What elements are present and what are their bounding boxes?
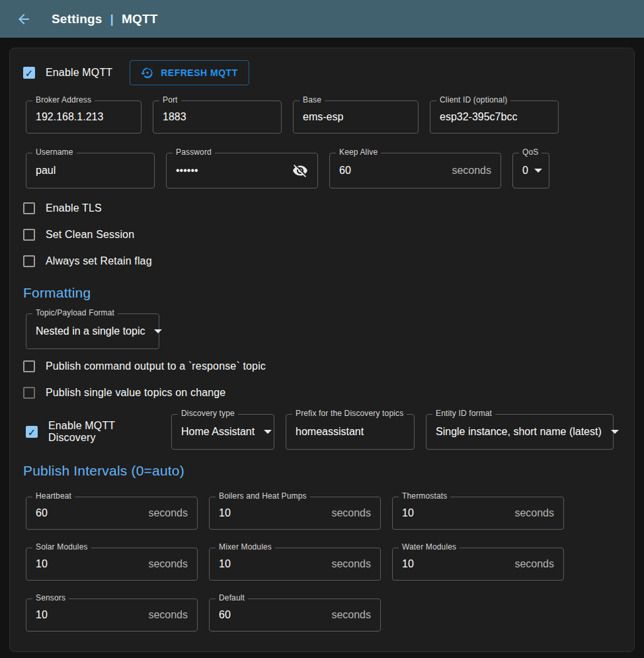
qos-label: QoS (519, 147, 542, 157)
qos-value: 0 (522, 165, 528, 177)
refresh-restore-icon (141, 66, 154, 79)
enable-tls-checkbox[interactable]: Enable TLS (23, 195, 626, 222)
heartbeat-value: 60 (36, 507, 48, 519)
entity-id-format-label: Entity ID format (432, 409, 495, 418)
discovery-prefix-field[interactable]: Prefix for the Discovery topics homeassi… (286, 414, 415, 450)
qos-select[interactable]: QoS 0 (512, 153, 549, 188)
enable-tls-label: Enable TLS (46, 202, 102, 214)
discovery-prefix-value: homeassistant (296, 426, 364, 438)
solar-suffix: seconds (148, 558, 188, 570)
topic-format-label: Topic/Payload Format (32, 308, 118, 317)
dropdown-arrow-icon (264, 430, 272, 434)
keep-alive-label: Keep Alive (336, 147, 381, 157)
broker-address-field[interactable]: Broker Address 192.168.1.213 (26, 101, 141, 134)
broker-address-value: 192.168.1.213 (36, 111, 103, 123)
sensors-interval-field[interactable]: Sensors 10 seconds (26, 598, 198, 632)
solar-interval-field[interactable]: Solar Modules 10 seconds (26, 548, 198, 581)
checkbox-checked-icon: ✓ (26, 426, 38, 438)
discovery-type-value: Home Assistant (181, 426, 255, 438)
check-icon: ✓ (25, 68, 34, 78)
formatting-options-group: Publish command output to a `response` t… (23, 353, 626, 406)
default-value: 60 (219, 609, 231, 621)
password-field[interactable]: Password •••••• (166, 153, 318, 188)
client-id-value: esp32-395c7bcc (440, 111, 517, 123)
base-field[interactable]: Base ems-esp (293, 101, 419, 134)
keep-alive-field[interactable]: Keep Alive 60 seconds (329, 153, 501, 188)
boilers-suffix: seconds (331, 507, 371, 519)
discovery-row: ✓ Enable MQTT Discovery Discovery type H… (18, 414, 626, 450)
intervals-row-3: Sensors 10 seconds Default 60 seconds (18, 598, 626, 632)
water-value: 10 (402, 558, 414, 570)
client-id-field[interactable]: Client ID (optional) esp32-395c7bcc (430, 101, 559, 134)
checkbox-unchecked-icon (23, 255, 35, 267)
publish-single-value-label: Publish single value topics on change (46, 387, 225, 399)
base-label: Base (300, 95, 325, 104)
entity-id-format-value: Single instance, short name (latest) (436, 426, 602, 438)
arrow-back-icon (16, 11, 32, 27)
mixer-label: Mixer Modules (216, 542, 275, 552)
connection-row-2: Username paul Password •••••• Keep Alive… (18, 153, 626, 188)
entity-id-format-select[interactable]: Entity ID format Single instance, short … (426, 414, 614, 450)
page-subtitle: MQTT (122, 12, 158, 26)
thermostats-suffix: seconds (514, 507, 554, 519)
intervals-row-2: Solar Modules 10 seconds Mixer Modules 1… (18, 548, 626, 581)
options-group: Enable TLS Set Clean Session Always set … (23, 195, 626, 274)
water-suffix: seconds (514, 558, 554, 570)
keep-alive-suffix: seconds (452, 165, 491, 177)
thermostats-interval-field[interactable]: Thermostats 10 seconds (392, 497, 564, 530)
mqtt-settings-card: ✓ Enable MQTT REFRESH MQTT Broker Addres… (9, 48, 635, 652)
sensors-suffix: seconds (148, 609, 188, 621)
boilers-interval-field[interactable]: Boilers and Heat Pumps 10 seconds (209, 497, 381, 530)
default-label: Default (216, 593, 248, 602)
enable-mqtt-checkbox[interactable]: ✓ Enable MQTT (23, 60, 112, 86)
sensors-value: 10 (36, 609, 48, 621)
topic-format-value: Nested in a single topic (36, 325, 145, 337)
mixer-interval-field[interactable]: Mixer Modules 10 seconds (209, 548, 381, 581)
mixer-suffix: seconds (331, 558, 371, 570)
mixer-value: 10 (219, 558, 231, 570)
water-label: Water Modules (399, 542, 460, 552)
port-field[interactable]: Port 1883 (153, 101, 282, 134)
thermostats-value: 10 (402, 507, 414, 519)
discovery-type-label: Discovery type (178, 409, 238, 418)
enable-discovery-checkbox[interactable]: ✓ Enable MQTT Discovery (26, 419, 160, 445)
heartbeat-interval-field[interactable]: Heartbeat 60 seconds (26, 497, 198, 530)
password-label: Password (173, 147, 215, 157)
back-button[interactable] (16, 11, 32, 27)
checkbox-unchecked-icon (23, 387, 35, 399)
heartbeat-suffix: seconds (148, 507, 188, 519)
retain-flag-checkbox[interactable]: Always set Retain flag (23, 248, 626, 274)
clean-session-checkbox[interactable]: Set Clean Session (23, 222, 626, 248)
water-interval-field[interactable]: Water Modules 10 seconds (392, 548, 564, 581)
visibility-off-icon (292, 163, 308, 179)
username-label: Username (32, 147, 77, 157)
intervals-row-1: Heartbeat 60 seconds Boilers and Heat Pu… (18, 497, 626, 530)
dropdown-arrow-icon (534, 169, 542, 173)
checkbox-unchecked-icon (23, 202, 35, 214)
clean-session-label: Set Clean Session (46, 229, 134, 241)
discovery-prefix-label: Prefix for the Discovery topics (292, 409, 407, 418)
username-value: paul (36, 165, 56, 177)
enable-mqtt-row: ✓ Enable MQTT REFRESH MQTT (23, 59, 626, 87)
default-interval-field[interactable]: Default 60 seconds (209, 598, 381, 632)
heartbeat-label: Heartbeat (32, 491, 75, 501)
base-value: ems-esp (303, 111, 343, 123)
page-title: Settings (52, 12, 102, 26)
dropdown-arrow-icon (154, 329, 162, 333)
formatting-section-title: Formatting (23, 285, 626, 301)
keep-alive-value: 60 (339, 165, 351, 177)
dropdown-arrow-icon (611, 430, 619, 434)
publish-single-value-checkbox[interactable]: Publish single value topics on change (23, 380, 626, 406)
topic-format-select[interactable]: Topic/Payload Format Nested in a single … (26, 313, 159, 349)
username-field[interactable]: Username paul (26, 153, 155, 188)
refresh-mqtt-label: REFRESH MQTT (161, 67, 237, 78)
publish-response-checkbox[interactable]: Publish command output to a `response` t… (23, 353, 626, 380)
enable-mqtt-label: Enable MQTT (46, 67, 112, 79)
refresh-mqtt-button[interactable]: REFRESH MQTT (130, 60, 249, 85)
toggle-password-visibility-button[interactable] (292, 163, 308, 179)
client-id-label: Client ID (optional) (436, 95, 510, 104)
discovery-type-select[interactable]: Discovery type Home Assistant (171, 414, 274, 450)
checkbox-unchecked-icon (23, 360, 35, 372)
app-header: Settings | MQTT (0, 0, 644, 38)
title-separator: | (110, 12, 114, 26)
